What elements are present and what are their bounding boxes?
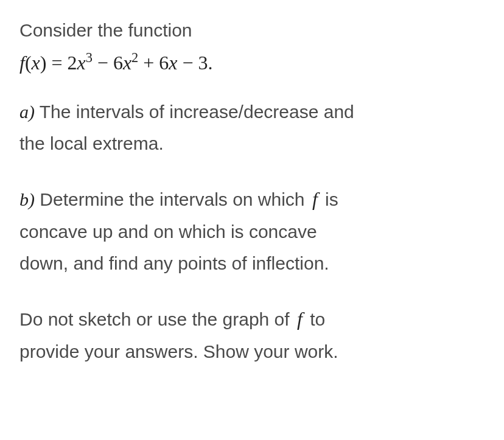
part-b-label: b) (19, 189, 35, 209)
part-b: b) Determine the intervals on which f is… (19, 182, 485, 280)
part-b-f1: f (310, 188, 320, 210)
formula-f: f (19, 52, 25, 74)
part-b-line1: b) Determine the intervals on which f is (19, 182, 485, 216)
part-a-text1: The intervals of increase/decrease and (35, 102, 354, 122)
formula-exp2: 2 (131, 50, 138, 65)
formula-plus: + 6 (138, 52, 169, 74)
part-a-label: a) (19, 102, 35, 122)
part-b-text1: Determine the intervals on which (35, 189, 310, 209)
part-b-text2: is (320, 189, 338, 209)
formula-open-paren: ( (25, 52, 32, 74)
formula-close-paren: ) (40, 52, 47, 74)
footer-line1: Do not sketch or use the graph of f to (19, 302, 485, 336)
formula-exp1: 3 (86, 50, 93, 65)
footer-line2: provide your answers. Show your work. (19, 336, 485, 368)
intro-text: Consider the function (19, 17, 485, 44)
part-a-line2: the local extrema. (19, 128, 485, 160)
formula-x1: x (77, 52, 85, 74)
formula-eq: = 2 (46, 52, 77, 74)
part-b-line3: down, and find any points of inflection. (19, 248, 485, 280)
formula-x2: x (123, 52, 131, 74)
part-a-line1: a) The intervals of increase/decrease an… (19, 96, 485, 128)
part-b-line2: concave up and on which is concave (19, 216, 485, 248)
formula-end: − 3. (178, 52, 213, 74)
footer-f: f (295, 308, 305, 330)
formula-var-x: x (32, 52, 40, 74)
function-formula: f(x) = 2x3 − 6x2 + 6x − 3. (19, 51, 485, 74)
footer-line1a: Do not sketch or use the graph of (19, 309, 295, 329)
footer-note: Do not sketch or use the graph of f to p… (19, 302, 485, 368)
footer-line1b: to (305, 309, 325, 329)
part-a: a) The intervals of increase/decrease an… (19, 96, 485, 160)
formula-x3: x (169, 52, 177, 74)
formula-minus1: − 6 (93, 52, 123, 74)
